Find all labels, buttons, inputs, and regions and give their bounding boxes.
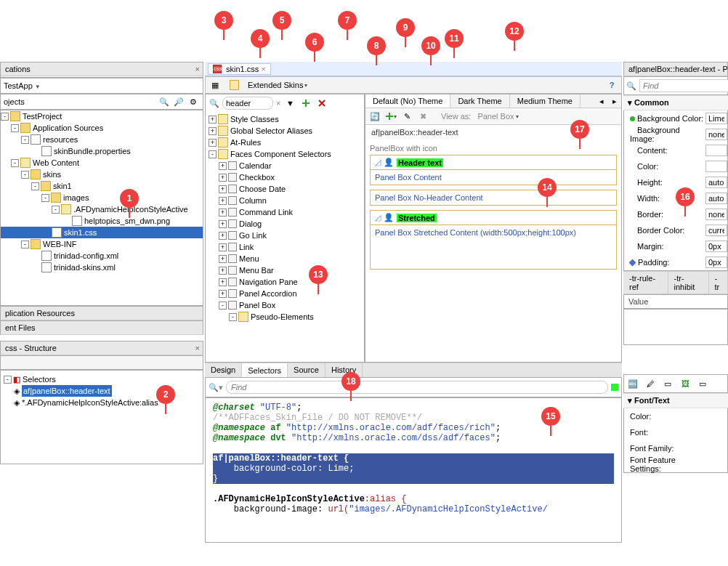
tree-item[interactable]: +Go Link: [209, 230, 361, 241]
close-icon[interactable]: ×: [195, 344, 200, 352]
close-icon[interactable]: ×: [195, 65, 200, 73]
theme-tab-dark[interactable]: Dark Theme: [450, 94, 509, 108]
add-icon[interactable]: ▾: [384, 110, 397, 123]
expand-icon[interactable]: -: [219, 302, 227, 310]
property-input[interactable]: [705, 145, 727, 156]
tree-item[interactable]: -resources: [1, 134, 203, 145]
scroll-left-icon[interactable]: ◂: [595, 94, 608, 108]
tree-item[interactable]: +Menu: [209, 253, 361, 264]
expand-icon[interactable]: -: [52, 206, 60, 214]
property-input[interactable]: [705, 225, 727, 236]
toolbar-icon[interactable]: ▦: [209, 78, 222, 92]
delete-icon[interactable]: [315, 97, 328, 110]
expand-icon[interactable]: +: [219, 209, 227, 217]
tree-item[interactable]: +Style Classes: [209, 113, 361, 125]
disclose-icon[interactable]: ◿: [375, 213, 381, 222]
tree-item[interactable]: +Global Selector Aliases: [209, 125, 361, 137]
tree-item[interactable]: helptopics_sm_dwn.png: [1, 215, 203, 227]
tree-item[interactable]: -Faces Component Selectors: [209, 148, 361, 160]
expand-icon[interactable]: +: [219, 232, 227, 240]
expand-icon[interactable]: -: [11, 159, 19, 167]
extended-skins-dropdown[interactable]: Extended Skins▾: [244, 79, 311, 91]
tree-item[interactable]: +Choose Date: [209, 183, 361, 195]
property-input[interactable]: [705, 256, 727, 268]
tab-design[interactable]: Design: [205, 363, 242, 377]
tree-item[interactable]: skinBundle.properties: [1, 145, 203, 157]
app-dropdown[interactable]: TestApp ▼: [4, 81, 41, 90]
expand-icon[interactable]: -: [31, 182, 39, 190]
editor-tab-skin1css[interactable]: css skin1.css ×: [208, 63, 271, 75]
tree-item[interactable]: -TestProject: [1, 110, 203, 122]
recent-files-panel[interactable]: ent Files: [0, 320, 203, 335]
expand-icon[interactable]: +: [219, 255, 227, 263]
expand-icon[interactable]: -: [21, 240, 29, 248]
palette-icon[interactable]: ▭: [661, 377, 674, 390]
filter-icon[interactable]: ▼: [283, 97, 296, 110]
toolbar-icon[interactable]: ⚙: [187, 95, 200, 108]
expand-icon[interactable]: +: [219, 267, 227, 275]
scroll-right-icon[interactable]: ▸: [608, 94, 621, 108]
project-tree[interactable]: -TestProject-Application Sources-resourc…: [0, 110, 203, 306]
expand-icon[interactable]: +: [219, 220, 227, 228]
toolbar-icon[interactable]: 🔎: [172, 95, 185, 108]
property-input[interactable]: [705, 177, 727, 188]
expand-icon[interactable]: -: [1, 113, 9, 121]
delete-icon[interactable]: ✖: [416, 110, 429, 123]
tab-tr[interactable]: -tr: [709, 272, 728, 294]
tree-item[interactable]: -images: [1, 192, 203, 203]
tree-item[interactable]: +Column: [209, 195, 361, 206]
close-tab-icon[interactable]: ×: [261, 65, 265, 73]
disclose-icon[interactable]: ◿: [375, 158, 381, 167]
tree-item[interactable]: -.AFDynamicHelpIconStyleActive: [1, 203, 203, 215]
expand-icon[interactable]: -: [41, 194, 49, 202]
tree-item[interactable]: +Menu Bar: [209, 264, 361, 276]
property-input[interactable]: [705, 209, 727, 220]
app-resources-panel[interactable]: plication Resources: [0, 306, 203, 320]
tree-item[interactable]: -Web Content: [1, 157, 203, 169]
property-input[interactable]: [705, 193, 727, 204]
fonttext-section[interactable]: ▾ Font/Text: [623, 393, 728, 408]
expand-icon[interactable]: +: [209, 116, 217, 124]
tree-item[interactable]: -skin1: [1, 180, 203, 192]
expand-icon[interactable]: +: [219, 185, 227, 193]
toolbar-icon[interactable]: 🔍: [158, 95, 171, 108]
tree-item[interactable]: -Application Sources: [1, 122, 203, 134]
refresh-icon[interactable]: 🔄: [368, 110, 381, 123]
selector-search-input[interactable]: [222, 97, 273, 110]
expand-icon[interactable]: +: [219, 162, 227, 170]
property-input[interactable]: [705, 240, 727, 252]
tree-item[interactable]: -skins: [1, 169, 203, 180]
expand-icon[interactable]: +: [219, 278, 227, 286]
selector-tree[interactable]: +Style Classes+Global Selector Aliases+A…: [206, 112, 364, 362]
property-input[interactable]: [705, 113, 727, 124]
common-section[interactable]: ▾ Common: [623, 95, 728, 110]
tree-item[interactable]: trinidad-skins.xml: [1, 262, 203, 273]
source-find-input[interactable]: [226, 381, 608, 394]
palette-icon[interactable]: 🖉: [644, 377, 657, 390]
palette-icon[interactable]: 🖼: [679, 377, 692, 390]
expand-icon[interactable]: -: [11, 124, 19, 132]
tree-item[interactable]: skin1.css: [1, 227, 203, 238]
tree-item[interactable]: +Command Link: [209, 206, 361, 218]
expand-icon[interactable]: -: [229, 313, 237, 321]
tree-item[interactable]: -Panel Box: [209, 299, 361, 311]
expand-icon[interactable]: -: [21, 171, 29, 179]
expand-icon[interactable]: -: [21, 136, 29, 144]
property-input[interactable]: [705, 161, 727, 172]
expand-icon[interactable]: -: [209, 150, 217, 158]
property-input[interactable]: [705, 129, 727, 140]
properties-find-input[interactable]: [639, 79, 728, 92]
tab-tr-inhibit[interactable]: -tr-inhibit: [668, 272, 709, 294]
tree-item[interactable]: -◧Selectors: [4, 373, 200, 385]
tree-item[interactable]: -WEB-INF: [1, 238, 203, 250]
tab-selectors[interactable]: Selectors: [242, 363, 288, 377]
tree-item[interactable]: +Panel Accordion: [209, 288, 361, 299]
tree-item[interactable]: +Checkbox: [209, 171, 361, 183]
expand-icon[interactable]: +: [219, 290, 227, 298]
tab-source[interactable]: Source: [288, 363, 325, 377]
tab-tr-rule-ref[interactable]: -tr-rule-ref: [623, 272, 668, 294]
expand-icon[interactable]: +: [219, 243, 227, 251]
edit-icon[interactable]: ✎: [400, 110, 413, 123]
tree-item[interactable]: +Calendar: [209, 160, 361, 171]
structure-tree[interactable]: -◧Selectors◈af|panelBox::header-text◈*.A…: [0, 370, 203, 464]
